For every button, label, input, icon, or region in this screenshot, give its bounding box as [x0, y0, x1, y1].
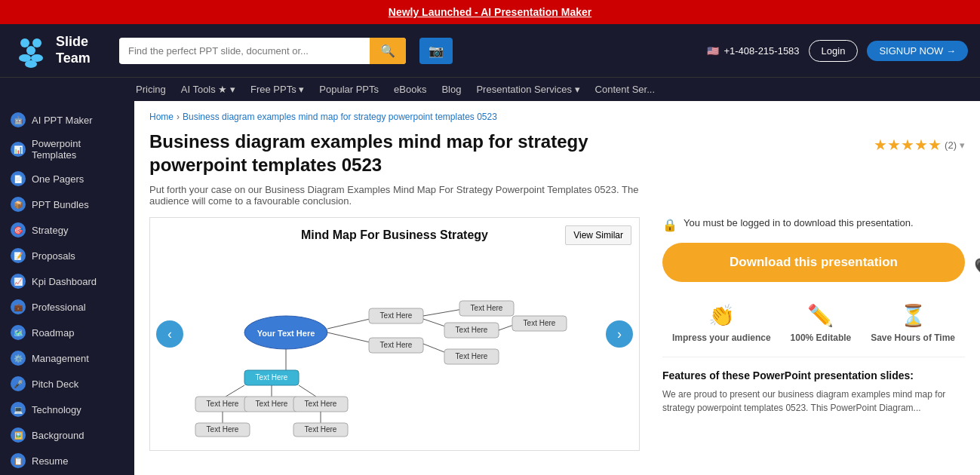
- sidebar-item-background[interactable]: 🖼️ Background: [0, 422, 134, 448]
- logo-icon: [12, 32, 50, 69]
- search-button[interactable]: 🔍: [370, 38, 406, 64]
- sidebar-label-powerpoint-templates: Powerpoint Templates: [32, 138, 124, 161]
- svg-text:Text Here: Text Here: [471, 304, 503, 312]
- professional-icon: 💼: [11, 299, 26, 314]
- svg-text:Text Here: Text Here: [456, 352, 488, 360]
- proposals-icon: 📝: [11, 248, 26, 263]
- ppt-templates-icon: 📊: [11, 142, 26, 157]
- svg-line-31: [299, 385, 316, 397]
- svg-point-2: [26, 46, 35, 55]
- mindmap-area: Your Text Here Text Here Text Here: [150, 250, 639, 451]
- nav-presentation-services[interactable]: Presentation Services ▾: [476, 78, 579, 101]
- svg-text:Text Here: Text Here: [305, 400, 337, 408]
- strategy-icon: 🎯: [11, 222, 26, 238]
- sidebar-item-roadmap[interactable]: 🗺️ Roadmap: [0, 320, 134, 345]
- nav-content-ser[interactable]: Content Ser...: [595, 78, 656, 101]
- sidebar-item-proposals[interactable]: 📝 Proposals: [0, 243, 134, 268]
- sidebar-item-pitch-deck[interactable]: 🎤 Pitch Deck: [0, 371, 134, 397]
- signup-button[interactable]: SIGNUP NOW →: [867, 41, 968, 61]
- right-panel: 🔒 You must be logged in to download this…: [655, 217, 965, 451]
- stars: ★★★★★: [874, 136, 942, 154]
- next-slide-button[interactable]: ›: [606, 320, 633, 348]
- phone-area: 🇺🇸 +1-408-215-1583: [707, 45, 799, 57]
- search-input[interactable]: [119, 39, 370, 63]
- slide-preview-container: Mind Map For Business Strategy View Simi…: [149, 217, 640, 451]
- svg-text:Text Here: Text Here: [207, 400, 239, 408]
- product-description: Put forth your case on our Business Diag…: [149, 184, 640, 207]
- sidebar: 🤖 AI PPT Maker 📊 Powerpoint Templates 📄 …: [0, 101, 134, 475]
- kpi-icon: 📈: [11, 274, 26, 289]
- sidebar-item-strategy[interactable]: 🎯 Strategy: [0, 217, 134, 243]
- nav-ai-tools[interactable]: AI Tools ★ ▾: [181, 78, 235, 101]
- nav-free-ppts[interactable]: Free PPTs ▾: [250, 78, 304, 101]
- sidebar-item-technology[interactable]: 💻 Technology: [0, 397, 134, 422]
- sidebar-item-ppt-bundles[interactable]: 📦 PPT Bundles: [0, 192, 134, 217]
- feature-editable-label: 100% Editable: [791, 332, 852, 345]
- ratings-dropdown[interactable]: ▾: [960, 139, 965, 151]
- svg-line-30: [226, 385, 244, 397]
- save-time-icon: ⏳: [900, 303, 926, 328]
- slide-preview: Mind Map For Business Strategy View Simi…: [149, 217, 640, 451]
- breadcrumb-home[interactable]: Home: [149, 112, 174, 122]
- pitch-deck-icon: 🎤: [11, 376, 26, 391]
- nav-ebooks[interactable]: eBooks: [394, 78, 426, 101]
- breadcrumb: Home › Business diagram examples mind ma…: [149, 112, 965, 122]
- sidebar-item-kpi-dashboard[interactable]: 📈 Kpi Dashboard: [0, 268, 134, 294]
- sidebar-item-one-pagers[interactable]: 📄 One Pagers: [0, 166, 134, 192]
- title-row: Business diagram examples mind map for s…: [149, 130, 965, 184]
- svg-text:Text Here: Text Here: [256, 400, 288, 408]
- camera-button[interactable]: 📷: [419, 38, 453, 64]
- technology-icon: 💻: [11, 402, 26, 417]
- background-icon: 🖼️: [11, 428, 26, 443]
- favorite-button[interactable]: 🖤: [974, 257, 980, 278]
- feature-impress: 👏 Impress your audience: [672, 303, 771, 345]
- sidebar-item-ai-ppt-maker[interactable]: 🤖 AI PPT Maker: [0, 107, 134, 133]
- header: Slide Team 🔍 📷 🇺🇸 +1-408-215-1583 Login …: [0, 24, 980, 77]
- sidebar-label-proposals: Proposals: [32, 250, 75, 262]
- feature-editable: ✏️ 100% Editable: [791, 303, 852, 345]
- logo-text: Slide Team: [56, 34, 91, 66]
- login-notice-text: You must be logged in to download this p…: [684, 217, 914, 228]
- svg-text:Text Here: Text Here: [524, 319, 556, 327]
- nav-popular-ppts[interactable]: Popular PPTs: [319, 78, 379, 101]
- feature-save-time: ⏳ Save Hours of Time: [871, 303, 955, 345]
- content-area: Home › Business diagram examples mind ma…: [134, 101, 980, 475]
- ppt-bundles-icon: 📦: [11, 197, 26, 212]
- sidebar-label-roadmap: Roadmap: [32, 327, 74, 339]
- sidebar-label-management: Management: [32, 353, 89, 364]
- phone-number: +1-408-215-1583: [723, 45, 799, 57]
- prev-slide-button[interactable]: ‹: [156, 320, 183, 348]
- banner-link[interactable]: Newly Launched - AI Presentation Maker: [389, 6, 591, 18]
- view-similar-button[interactable]: View Similar: [565, 225, 631, 245]
- sidebar-item-management[interactable]: ⚙️ Management: [0, 345, 134, 371]
- svg-point-0: [20, 38, 29, 48]
- editable-icon: ✏️: [807, 303, 834, 328]
- header-right: 🇺🇸 +1-408-215-1583 Login SIGNUP NOW →: [707, 40, 968, 62]
- svg-text:Your Text Here: Your Text Here: [257, 329, 315, 338]
- impress-icon: 👏: [708, 303, 735, 328]
- nav-bar: Pricing AI Tools ★ ▾ Free PPTs ▾ Popular…: [0, 77, 980, 101]
- download-button[interactable]: Download this presentation: [662, 243, 965, 282]
- sidebar-item-resume[interactable]: 📋 Resume: [0, 448, 134, 473]
- sidebar-item-professional[interactable]: 💼 Professional: [0, 294, 134, 320]
- sidebar-label-kpi-dashboard: Kpi Dashboard: [32, 276, 97, 287]
- svg-text:Text Here: Text Here: [256, 373, 288, 382]
- nav-pricing[interactable]: Pricing: [136, 78, 166, 101]
- sidebar-item-powerpoint-templates[interactable]: 📊 Powerpoint Templates: [0, 133, 134, 166]
- svg-text:Text Here: Text Here: [380, 341, 413, 349]
- main-layout: 🤖 AI PPT Maker 📊 Powerpoint Templates 📄 …: [0, 101, 980, 475]
- slide-area: Mind Map For Business Strategy View Simi…: [149, 217, 965, 451]
- features-heading: Features of these PowerPoint presentatio…: [662, 369, 965, 382]
- breadcrumb-current[interactable]: Business diagram examples mind map for s…: [183, 112, 497, 122]
- login-button[interactable]: Login: [809, 40, 859, 62]
- sidebar-label-resume: Resume: [32, 455, 68, 467]
- svg-point-5: [25, 60, 37, 68]
- svg-text:Text Here: Text Here: [380, 311, 413, 320]
- sidebar-label-one-pagers: One Pagers: [32, 173, 84, 185]
- nav-blog[interactable]: Blog: [441, 78, 461, 101]
- management-icon: ⚙️: [11, 351, 26, 366]
- sidebar-label-ai-ppt-maker: AI PPT Maker: [32, 115, 93, 126]
- flag-icon: 🇺🇸: [707, 45, 719, 57]
- feature-save-time-label: Save Hours of Time: [871, 332, 955, 345]
- feature-impress-label: Impress your audience: [672, 332, 771, 345]
